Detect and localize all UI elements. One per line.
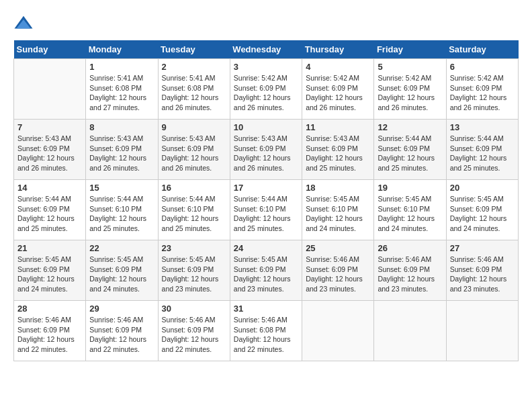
- week-row-5: 28Sunrise: 5:46 AM Sunset: 6:09 PM Dayli…: [14, 301, 519, 361]
- calendar-cell: 3Sunrise: 5:42 AM Sunset: 6:09 PM Daylig…: [230, 59, 302, 120]
- day-info: Sunrise: 5:44 AM Sunset: 6:09 PM Dayligh…: [450, 134, 515, 173]
- calendar-cell: 21Sunrise: 5:45 AM Sunset: 6:09 PM Dayli…: [14, 240, 86, 301]
- calendar-cell: 31Sunrise: 5:46 AM Sunset: 6:08 PM Dayli…: [230, 301, 302, 361]
- day-number: 29: [89, 304, 154, 314]
- calendar-cell: 5Sunrise: 5:42 AM Sunset: 6:09 PM Daylig…: [374, 59, 446, 120]
- calendar-header-monday: Monday: [86, 40, 158, 59]
- day-number: 30: [162, 304, 226, 314]
- week-row-3: 14Sunrise: 5:44 AM Sunset: 6:09 PM Dayli…: [14, 180, 519, 240]
- day-number: 20: [450, 183, 515, 193]
- calendar-header-saturday: Saturday: [446, 40, 518, 59]
- calendar-table: SundayMondayTuesdayWednesdayThursdayFrid…: [13, 40, 519, 361]
- calendar-cell: 20Sunrise: 5:45 AM Sunset: 6:09 PM Dayli…: [446, 180, 518, 240]
- day-info: Sunrise: 5:46 AM Sunset: 6:09 PM Dayligh…: [17, 315, 82, 355]
- week-row-1: 1Sunrise: 5:41 AM Sunset: 6:08 PM Daylig…: [14, 59, 519, 120]
- day-info: Sunrise: 5:43 AM Sunset: 6:09 PM Dayligh…: [17, 134, 82, 173]
- day-info: Sunrise: 5:44 AM Sunset: 6:10 PM Dayligh…: [162, 194, 226, 234]
- day-info: Sunrise: 5:43 AM Sunset: 6:09 PM Dayligh…: [162, 134, 226, 173]
- day-info: Sunrise: 5:45 AM Sunset: 6:10 PM Dayligh…: [306, 194, 370, 234]
- calendar-cell: 12Sunrise: 5:44 AM Sunset: 6:09 PM Dayli…: [374, 120, 446, 180]
- day-info: Sunrise: 5:46 AM Sunset: 6:09 PM Dayligh…: [378, 255, 442, 294]
- day-number: 23: [162, 243, 226, 253]
- calendar-cell: 29Sunrise: 5:46 AM Sunset: 6:09 PM Dayli…: [86, 301, 158, 361]
- calendar-cell: 18Sunrise: 5:45 AM Sunset: 6:10 PM Dayli…: [302, 180, 374, 240]
- day-info: Sunrise: 5:44 AM Sunset: 6:10 PM Dayligh…: [89, 194, 154, 234]
- day-info: Sunrise: 5:45 AM Sunset: 6:09 PM Dayligh…: [450, 194, 515, 234]
- calendar-cell: 23Sunrise: 5:45 AM Sunset: 6:09 PM Dayli…: [158, 240, 230, 301]
- day-number: 5: [378, 62, 442, 72]
- calendar-cell: 16Sunrise: 5:44 AM Sunset: 6:10 PM Dayli…: [158, 180, 230, 240]
- day-info: Sunrise: 5:42 AM Sunset: 6:09 PM Dayligh…: [306, 73, 370, 113]
- day-number: 19: [378, 183, 442, 193]
- day-number: 6: [450, 62, 515, 72]
- calendar-cell: 26Sunrise: 5:46 AM Sunset: 6:09 PM Dayli…: [374, 240, 446, 301]
- day-info: Sunrise: 5:41 AM Sunset: 6:08 PM Dayligh…: [162, 73, 226, 113]
- day-number: 1: [89, 62, 154, 72]
- day-info: Sunrise: 5:46 AM Sunset: 6:09 PM Dayligh…: [89, 315, 154, 355]
- calendar-cell: 19Sunrise: 5:45 AM Sunset: 6:10 PM Dayli…: [374, 180, 446, 240]
- day-info: Sunrise: 5:44 AM Sunset: 6:09 PM Dayligh…: [17, 194, 82, 234]
- day-number: 14: [17, 183, 82, 193]
- day-info: Sunrise: 5:46 AM Sunset: 6:09 PM Dayligh…: [162, 315, 226, 355]
- day-number: 8: [89, 122, 154, 132]
- day-number: 22: [89, 243, 154, 253]
- day-number: 21: [17, 243, 82, 253]
- day-number: 16: [162, 183, 226, 193]
- calendar-cell: 28Sunrise: 5:46 AM Sunset: 6:09 PM Dayli…: [14, 301, 86, 361]
- day-number: 4: [306, 62, 370, 72]
- day-number: 12: [378, 122, 442, 132]
- page-header: [13, 13, 519, 34]
- calendar-cell: [302, 301, 374, 361]
- week-row-4: 21Sunrise: 5:45 AM Sunset: 6:09 PM Dayli…: [14, 240, 519, 301]
- calendar-cell: [14, 59, 86, 120]
- calendar-cell: 25Sunrise: 5:46 AM Sunset: 6:09 PM Dayli…: [302, 240, 374, 301]
- day-info: Sunrise: 5:41 AM Sunset: 6:08 PM Dayligh…: [89, 73, 154, 113]
- calendar-cell: 24Sunrise: 5:45 AM Sunset: 6:09 PM Dayli…: [230, 240, 302, 301]
- week-row-2: 7Sunrise: 5:43 AM Sunset: 6:09 PM Daylig…: [14, 120, 519, 180]
- calendar-header-tuesday: Tuesday: [158, 40, 230, 59]
- day-number: 17: [234, 183, 298, 193]
- calendar-header-row: SundayMondayTuesdayWednesdayThursdayFrid…: [14, 40, 519, 59]
- calendar-cell: 22Sunrise: 5:45 AM Sunset: 6:09 PM Dayli…: [86, 240, 158, 301]
- calendar-cell: 15Sunrise: 5:44 AM Sunset: 6:10 PM Dayli…: [86, 180, 158, 240]
- day-info: Sunrise: 5:44 AM Sunset: 6:09 PM Dayligh…: [378, 134, 442, 173]
- calendar-header-wednesday: Wednesday: [230, 40, 302, 59]
- day-info: Sunrise: 5:45 AM Sunset: 6:09 PM Dayligh…: [17, 255, 82, 294]
- day-info: Sunrise: 5:46 AM Sunset: 6:09 PM Dayligh…: [306, 255, 370, 294]
- calendar-header-sunday: Sunday: [14, 40, 86, 59]
- day-info: Sunrise: 5:45 AM Sunset: 6:09 PM Dayligh…: [234, 255, 298, 294]
- calendar-cell: 4Sunrise: 5:42 AM Sunset: 6:09 PM Daylig…: [302, 59, 374, 120]
- calendar-cell: 17Sunrise: 5:44 AM Sunset: 6:10 PM Dayli…: [230, 180, 302, 240]
- calendar-cell: 7Sunrise: 5:43 AM Sunset: 6:09 PM Daylig…: [14, 120, 86, 180]
- day-number: 31: [234, 304, 298, 314]
- day-info: Sunrise: 5:46 AM Sunset: 6:09 PM Dayligh…: [450, 255, 515, 294]
- calendar-cell: 30Sunrise: 5:46 AM Sunset: 6:09 PM Dayli…: [158, 301, 230, 361]
- day-info: Sunrise: 5:43 AM Sunset: 6:09 PM Dayligh…: [234, 134, 298, 173]
- logo-icon: [13, 13, 34, 34]
- day-number: 26: [378, 243, 442, 253]
- day-info: Sunrise: 5:44 AM Sunset: 6:10 PM Dayligh…: [234, 194, 298, 234]
- day-number: 28: [17, 304, 82, 314]
- calendar-cell: 2Sunrise: 5:41 AM Sunset: 6:08 PM Daylig…: [158, 59, 230, 120]
- day-info: Sunrise: 5:42 AM Sunset: 6:09 PM Dayligh…: [450, 73, 515, 113]
- day-number: 11: [306, 122, 370, 132]
- day-number: 24: [234, 243, 298, 253]
- day-number: 7: [17, 122, 82, 132]
- calendar-cell: [374, 301, 446, 361]
- calendar-cell: 11Sunrise: 5:43 AM Sunset: 6:09 PM Dayli…: [302, 120, 374, 180]
- day-number: 25: [306, 243, 370, 253]
- day-number: 10: [234, 122, 298, 132]
- calendar-cell: 8Sunrise: 5:43 AM Sunset: 6:09 PM Daylig…: [86, 120, 158, 180]
- day-info: Sunrise: 5:42 AM Sunset: 6:09 PM Dayligh…: [234, 73, 298, 113]
- logo: [13, 13, 36, 34]
- calendar-header-friday: Friday: [374, 40, 446, 59]
- day-number: 15: [89, 183, 154, 193]
- day-info: Sunrise: 5:46 AM Sunset: 6:08 PM Dayligh…: [234, 315, 298, 355]
- day-info: Sunrise: 5:43 AM Sunset: 6:09 PM Dayligh…: [306, 134, 370, 173]
- calendar-cell: 10Sunrise: 5:43 AM Sunset: 6:09 PM Dayli…: [230, 120, 302, 180]
- day-number: 3: [234, 62, 298, 72]
- day-info: Sunrise: 5:45 AM Sunset: 6:09 PM Dayligh…: [162, 255, 226, 294]
- day-number: 13: [450, 122, 515, 132]
- calendar-cell: 27Sunrise: 5:46 AM Sunset: 6:09 PM Dayli…: [446, 240, 518, 301]
- calendar-cell: 1Sunrise: 5:41 AM Sunset: 6:08 PM Daylig…: [86, 59, 158, 120]
